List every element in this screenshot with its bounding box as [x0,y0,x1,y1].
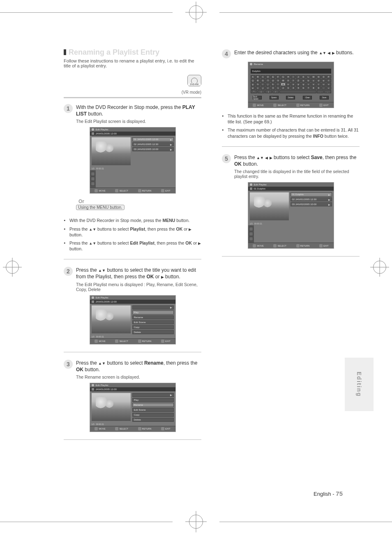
osd-title: Edit Playlist [96,128,108,131]
menu-item: Delete [134,331,141,333]
step-2: 2 Press the buttons to select the title … [64,267,201,344]
osd-button: Clear [303,96,312,99]
osd-button: Delete [286,96,295,99]
editing-side-tab: Editing [345,358,374,411]
step-subtext: The Edit Playlist screen is displayed. [76,119,201,124]
osd-button: Save [320,96,329,99]
divider [64,352,201,352]
list-item-label: 01 Dolphin [292,193,304,196]
crop-mark-top [0,0,392,25]
step-4: 4 Enter the desired characters using the… [222,49,360,139]
arrow-up-icon [319,50,323,55]
step-5: 5 Press the buttons to select Save, then… [222,154,360,249]
list-item-label: 03 JAN/02/2005 10:00 [134,148,159,150]
preview-thumbnail [92,137,131,165]
list-item-label: 01 JAN/01/2005 12:00 [134,138,159,141]
using-menu-badge: Using the MENU button. [76,205,125,210]
arrow-left-icon [265,155,268,160]
crop-mark-right [367,259,392,275]
arrow-up-icon [98,360,102,366]
preview-thumbnail [250,192,289,220]
osd-title: Edit Playlist [96,296,108,299]
step-number: 4 [222,49,231,58]
step-number: 5 [222,154,231,163]
osd-index: 1/3 [92,167,95,170]
step-number: 1 [64,104,73,113]
divider [64,97,201,98]
menu-item: Copy [134,326,140,328]
arrow-down-icon [92,227,96,231]
crop-mark-left [0,259,25,275]
text-frag: button. [87,111,103,117]
arrow-left-icon [327,50,330,55]
arrow-down-icon [323,50,326,55]
osd-hint: RETURN [142,190,152,192]
registration-mark-icon [189,515,203,529]
arrow-right-icon [332,50,335,55]
step-subtext: The Edit Playlist menu is displayed : Pl… [76,282,201,292]
list-item-label: 02 JAN/01/2005 12:30 [134,143,159,146]
right-column: 4 Enter the desired characters using the… [222,49,360,447]
disc-icon-label: DVD-RW [188,83,201,86]
page-number: 75 [336,490,343,497]
step-text: With the DVD Recorder in Stop mode, pres… [76,104,201,117]
divider [222,256,360,257]
arrow-up-icon [89,240,92,245]
bullet-item: The maximum number of characters that ca… [222,127,360,139]
step-number: 2 [64,267,73,276]
step-number: 3 [64,360,73,369]
bullet-item: With the DVD Recorder in Stop mode, pres… [64,217,201,223]
step-text: Press the buttons to select Save, then p… [234,154,360,167]
bullet-item: Press the buttons to select Edit Playlis… [64,240,201,252]
screenshot-edit-playlist-renamed: Edit Playlist 01 Dolphin 1/3 00:00:21 01… [248,182,334,249]
osd-date: JAN/01/2005 12:00 [96,301,117,303]
dvd-rw-icon: DVD-RW [187,75,201,86]
arrow-right-icon [198,240,201,245]
mode-caption: (VR mode) [64,90,201,95]
footer-language: English - [314,491,334,497]
manual-page: Renaming a Playlist Entry Follow these i… [64,49,360,447]
page-footer: English - 75 [314,490,343,497]
osd-date: 01 Dolphin [254,187,266,190]
step-text: Press the buttons to select Rename, then… [76,360,201,373]
preview-thumbnail [92,393,131,421]
step-1: 1 With the DVD Recorder in Stop mode, pr… [64,104,201,252]
arrow-down-icon [102,267,106,273]
step-4-bullets: This function is the same as the Rename … [222,113,360,139]
arrow-up-icon [89,227,92,231]
bullet-item: This function is the same as the Rename … [222,113,360,125]
osd-length: 00:00:21 [96,167,104,170]
osd-date: JAN/01/2005 12:00 [96,132,117,135]
osd-button: Space [270,96,279,99]
crop-mark-bottom [0,509,392,534]
arrow-down-icon [92,240,96,245]
step-3: 3 Press the buttons to select Rename, th… [64,360,201,432]
arrow-up-icon [98,267,102,273]
text-frag: With the DVD Recorder in Stop mode, pres… [76,104,182,110]
osd-hint: EXIT [165,190,170,192]
registration-mark-icon [189,5,203,19]
step-text: Press the buttons to select the title yo… [76,267,201,280]
arrow-right-icon [270,155,272,160]
arrow-down-icon [260,155,264,160]
arrow-down-icon [102,360,106,366]
osd-hint: SELECT [119,190,128,192]
divider [64,259,201,259]
step-subtext: The changed title is displayed in the ti… [234,169,360,179]
menu-item: Play [134,311,139,314]
osd-hint: MOVE [99,190,105,192]
screenshot-playlist-menu: Edit Playlist JAN/01/2005 12:00 1/3 00:0… [90,295,176,344]
step-1-bullets: With the DVD Recorder in Stop mode, pres… [64,217,201,252]
or-label: Or [78,199,84,204]
intro-text: Follow these instructions to rename a pl… [64,58,201,68]
section-title: Renaming a Playlist Entry [64,49,201,55]
left-column: Renaming a Playlist Entry Follow these i… [64,49,201,447]
screenshot-rename-keyboard: Rename Dolphin ABCDEFGHIJKLMNOP QRSTUVWX… [248,62,334,108]
step-subtext: The Rename screen is displayed. [76,374,201,379]
menu-item: Rename [134,316,143,319]
rename-input-value: Dolphin [252,70,261,72]
arrow-right-icon [189,227,191,231]
divider [222,146,360,147]
menu-item: Edit Scene [134,321,146,324]
osd-title: Rename [254,63,263,65]
